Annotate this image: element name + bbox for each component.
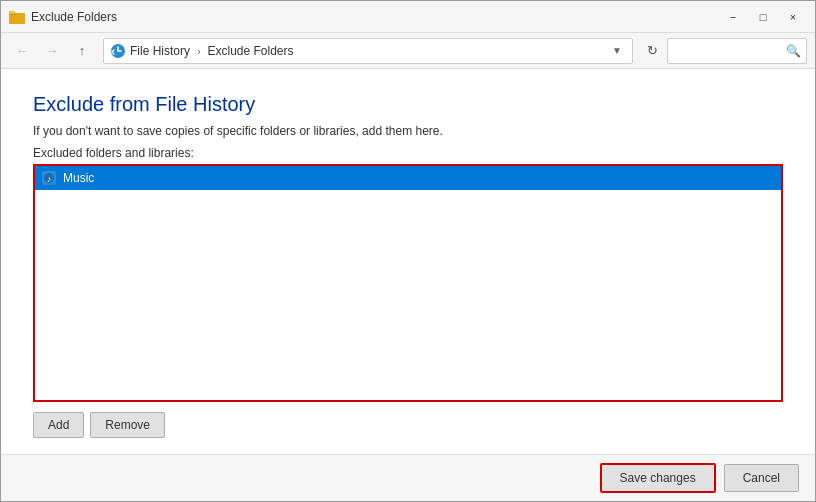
search-input[interactable] [667, 38, 807, 64]
nav-bar: ← → ↑ File History › Exclude Folders ▼ ↻ [1, 33, 815, 69]
address-breadcrumb: File History › Exclude Folders [130, 44, 612, 58]
footer: Save changes Cancel [1, 454, 815, 501]
page-description: If you don't want to save copies of spec… [33, 124, 783, 138]
window-icon [9, 9, 25, 25]
title-bar-controls: − □ × [719, 6, 807, 28]
remove-button[interactable]: Remove [90, 412, 165, 438]
up-button[interactable]: ↑ [69, 38, 95, 64]
address-dropdown-icon: ▼ [612, 45, 622, 56]
main-content: Exclude from File History If you don't w… [1, 69, 815, 454]
minimize-button[interactable]: − [719, 6, 747, 28]
back-button[interactable]: ← [9, 38, 35, 64]
add-remove-buttons: Add Remove [33, 412, 783, 438]
breadcrumb-file-history: File History [130, 44, 190, 58]
add-button[interactable]: Add [33, 412, 84, 438]
list-label: Excluded folders and libraries: [33, 146, 783, 160]
title-bar: Exclude Folders − □ × [1, 1, 815, 33]
title-bar-left: Exclude Folders [9, 9, 117, 25]
breadcrumb-exclude-folders: Exclude Folders [207, 44, 293, 58]
save-changes-button[interactable]: Save changes [600, 463, 716, 493]
cancel-button[interactable]: Cancel [724, 464, 799, 492]
list-item[interactable]: ♪ Music [35, 166, 781, 190]
refresh-button[interactable]: ↻ [641, 40, 663, 62]
svg-text:♪: ♪ [47, 174, 52, 184]
main-window: Exclude Folders − □ × ← → ↑ File History [0, 0, 816, 502]
search-wrapper: 🔍 [667, 38, 807, 64]
breadcrumb-separator: › [197, 46, 203, 57]
file-history-address-icon [110, 43, 126, 59]
up-arrow-icon: ↑ [79, 43, 86, 58]
window-title: Exclude Folders [31, 10, 117, 24]
maximize-button[interactable]: □ [749, 6, 777, 28]
page-title: Exclude from File History [33, 93, 783, 116]
close-button[interactable]: × [779, 6, 807, 28]
music-icon-svg: ♪ [41, 170, 57, 186]
forward-button[interactable]: → [39, 38, 65, 64]
forward-arrow-icon: → [46, 43, 59, 58]
refresh-icon: ↻ [647, 43, 658, 58]
address-bar[interactable]: File History › Exclude Folders ▼ [103, 38, 633, 64]
svg-rect-2 [9, 11, 15, 14]
music-library-icon: ♪ [41, 170, 57, 186]
excluded-folders-list: ♪ Music [33, 164, 783, 402]
back-arrow-icon: ← [16, 43, 29, 58]
list-item-label: Music [63, 171, 94, 185]
